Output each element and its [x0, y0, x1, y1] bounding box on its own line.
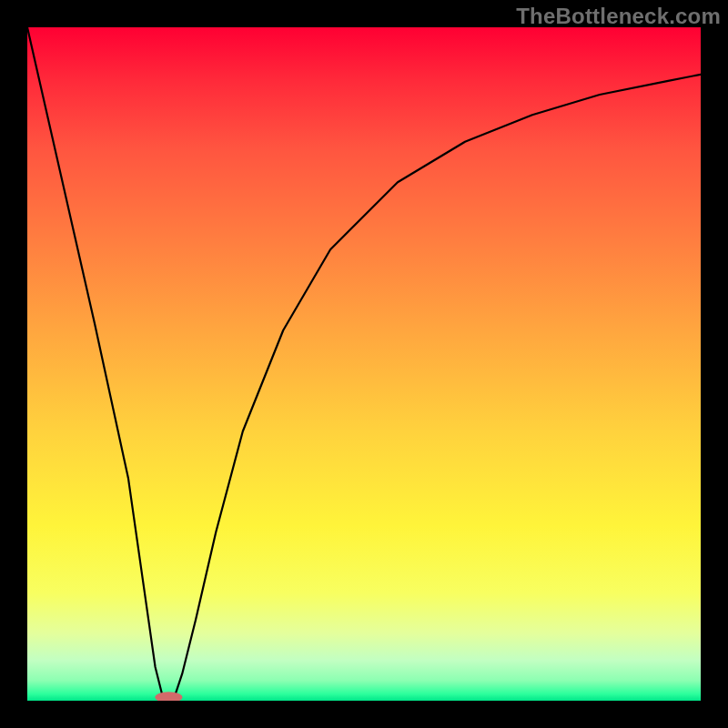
chart-frame: TheBottleneck.com	[0, 0, 728, 728]
minimum-marker	[155, 692, 182, 701]
bottleneck-curve	[27, 27, 701, 697]
plot-area	[27, 27, 701, 701]
watermark-text: TheBottleneck.com	[516, 4, 721, 29]
curve-layer	[27, 27, 701, 701]
